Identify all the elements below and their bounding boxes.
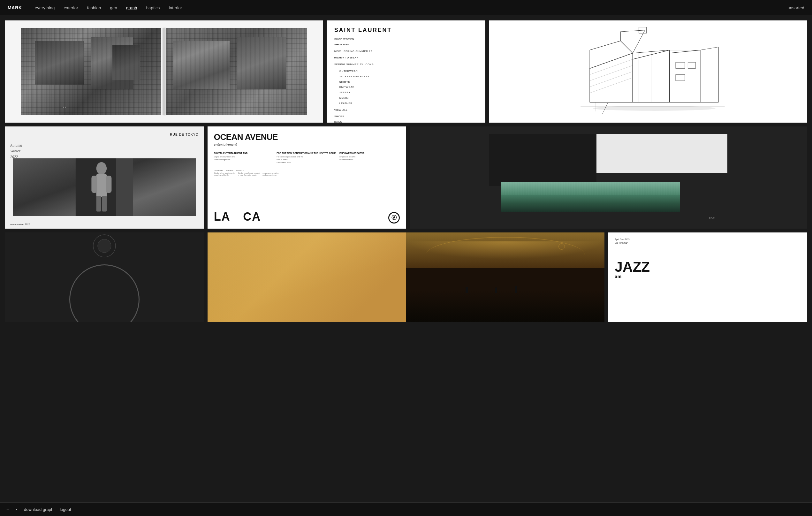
ocean-col2-title: For the new generation and the next to c… bbox=[277, 152, 337, 154]
main-content: ■ ■ SAINT LAURENT SHOP WOMEN SHOP MEN NE… bbox=[0, 15, 812, 331]
interior-spread bbox=[207, 232, 605, 322]
svg-point-24 bbox=[593, 106, 716, 111]
rue-caption: autumn winter 2022 bbox=[10, 223, 30, 225]
menu-shop-men: SHOP MEN bbox=[334, 43, 478, 47]
card-rue-de-tokyo[interactable]: RUE DE TOKYO AutumnWinter2022 bbox=[5, 126, 204, 229]
svg-marker-0 bbox=[590, 53, 633, 102]
svg-point-34 bbox=[98, 239, 111, 253]
ocean-section-label3: PRIVATE bbox=[236, 170, 244, 171]
download-graph-button[interactable]: download graph bbox=[24, 507, 54, 512]
svg-rect-12 bbox=[676, 62, 685, 68]
rue-title: RUE DE TOKYO bbox=[170, 133, 199, 136]
ocean-col1-text: Digital entertainment andtalent manageme… bbox=[214, 155, 274, 161]
card-geometric[interactable]: RG-01 bbox=[410, 126, 807, 229]
geo-white-block bbox=[597, 134, 727, 173]
nav-item-unsorted[interactable]: unsorted bbox=[787, 5, 804, 10]
row-1: ■ ■ SAINT LAURENT SHOP WOMEN SHOP MEN NE… bbox=[5, 21, 807, 123]
ocean-col1-title: Digital entertainment and bbox=[214, 152, 274, 154]
nav-item-graph[interactable]: graph bbox=[126, 5, 137, 10]
menu-view-all: VIEW ALL bbox=[334, 108, 478, 112]
menu-denim: DENIM bbox=[334, 96, 478, 100]
svg-rect-26 bbox=[116, 159, 133, 216]
rue-handwriting: AutumnWinter2022 bbox=[10, 142, 22, 160]
geo-green-block bbox=[501, 182, 680, 212]
ocean-letter-la: LA bbox=[214, 210, 231, 224]
nav-item-interior[interactable]: interior bbox=[169, 5, 182, 10]
navigation: MARK everything exterior fashion geo gra… bbox=[0, 0, 812, 15]
row-2: RUE DE TOKYO AutumnWinter2022 bbox=[5, 126, 807, 229]
jazz-meta-line2: Sat Two 2014 bbox=[615, 241, 801, 245]
geo-inner: RG-01 bbox=[489, 134, 727, 221]
sketch-svg bbox=[497, 26, 799, 117]
ocean-dividers: INTERIOR PRIVATE PRIVATE Studio + live s… bbox=[214, 167, 400, 176]
svg-line-11 bbox=[590, 78, 633, 93]
jazz-meta-line1: April One BV 3 bbox=[615, 237, 801, 241]
book-page-right bbox=[166, 28, 307, 115]
book-page-left: ■ ■ bbox=[21, 28, 162, 115]
geo-caption: RG-01 bbox=[709, 217, 716, 219]
nav-item-haptics[interactable]: haptics bbox=[146, 5, 160, 10]
svg-line-9 bbox=[590, 65, 633, 81]
zoom-out-button[interactable]: - bbox=[16, 507, 17, 512]
nav-right: unsorted bbox=[787, 5, 804, 10]
svg-marker-5 bbox=[700, 47, 719, 102]
ocean-col2-text: For the new generation and thenext to co… bbox=[277, 155, 337, 164]
card-interior-book[interactable] bbox=[207, 232, 605, 322]
row-3: April One BV 3 Sat Two 2014 JAZZ am bbox=[5, 232, 807, 322]
jazz-title: JAZZ bbox=[615, 260, 801, 274]
menu-jackets: JACKETS AND PANTS bbox=[334, 75, 478, 79]
rue-photo bbox=[13, 159, 196, 216]
nav-item-fashion[interactable]: fashion bbox=[87, 5, 101, 10]
jazz-content: JAZZ am bbox=[615, 245, 801, 279]
saint-laurent-brand: SAINT LAURENT bbox=[334, 27, 478, 33]
menu-shirts: SHIRTS bbox=[334, 80, 478, 84]
ocean-letter-ca: CA bbox=[243, 210, 261, 224]
ocean-col3-text: empowers creativeand connections bbox=[340, 155, 400, 161]
jazz-subtitle: am bbox=[615, 274, 801, 279]
book-spread: ■ ■ bbox=[21, 28, 307, 115]
menu-jersey: JERSEY bbox=[334, 91, 478, 95]
geo-dark-block bbox=[489, 134, 597, 186]
card-ocean-avenue[interactable]: OCEAN AVENUE entertainment Digital enter… bbox=[207, 126, 406, 229]
ocean-letters: LA CA bbox=[214, 210, 261, 224]
nav-item-exterior[interactable]: exterior bbox=[63, 5, 78, 10]
menu-outerwear: OUTERWEAR bbox=[334, 69, 478, 74]
nav-item-geo[interactable]: geo bbox=[110, 5, 117, 10]
card-dark-circle[interactable] bbox=[5, 232, 204, 322]
svg-rect-30 bbox=[106, 176, 111, 193]
ocean-avenue-title: OCEAN AVENUE bbox=[214, 133, 400, 141]
svg-marker-2 bbox=[590, 41, 633, 68]
menu-ready-to-wear: READY TO WEAR bbox=[334, 56, 478, 60]
logo[interactable]: MARK bbox=[8, 5, 22, 10]
card-book-spread[interactable]: ■ ■ bbox=[5, 21, 323, 123]
menu-ss23-looks: SPRING SUMMER 23 LOOKS bbox=[334, 63, 478, 67]
ocean-section-desc2: Studio + preferred contentin your favour… bbox=[238, 172, 260, 176]
card-jazz-poster[interactable]: April One BV 3 Sat Two 2014 JAZZ am bbox=[608, 232, 807, 322]
menu-shop-women: SHOP WOMEN bbox=[334, 37, 478, 41]
zoom-in-button[interactable]: + bbox=[6, 507, 9, 512]
logout-button[interactable]: logout bbox=[60, 507, 71, 512]
book-spine bbox=[163, 28, 165, 115]
card-architectural-sketch[interactable] bbox=[489, 21, 807, 123]
svg-marker-3 bbox=[620, 30, 645, 53]
menu-bags: BAGS bbox=[334, 120, 478, 123]
ocean-section-desc1: Studio + live solutions forpeople worldw… bbox=[214, 172, 235, 176]
interior-right-page bbox=[406, 232, 605, 322]
ocean-symbol: Ⓐ bbox=[388, 212, 400, 224]
menu-leather: LEATHER bbox=[334, 102, 478, 106]
nav-item-everything[interactable]: everything bbox=[35, 5, 55, 10]
nav-links: everything exterior fashion geo graph ha… bbox=[35, 5, 182, 10]
svg-rect-32 bbox=[102, 196, 107, 212]
svg-rect-31 bbox=[96, 196, 101, 212]
jazz-meta: April One BV 3 Sat Two 2014 bbox=[615, 237, 801, 245]
svg-line-8 bbox=[590, 59, 633, 75]
ocean-section-label: INTERIOR bbox=[214, 170, 223, 171]
svg-rect-14 bbox=[676, 75, 685, 81]
svg-line-20 bbox=[590, 41, 620, 50]
svg-line-10 bbox=[590, 71, 633, 87]
ocean-avenue-subtitle: entertainment bbox=[214, 142, 400, 147]
ocean-section-label2: PRIVATE bbox=[226, 170, 233, 171]
svg-rect-13 bbox=[688, 62, 695, 68]
menu-shoes: SHOES bbox=[334, 115, 478, 119]
card-saint-laurent[interactable]: SAINT LAURENT SHOP WOMEN SHOP MEN NEW · … bbox=[327, 21, 485, 123]
